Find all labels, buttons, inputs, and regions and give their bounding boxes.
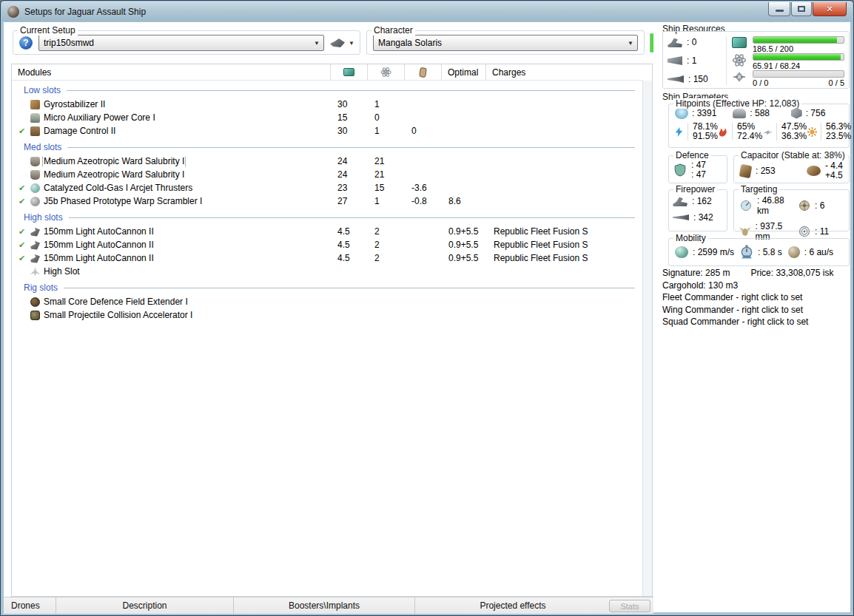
charges-column-header[interactable]: Charges: [486, 64, 642, 80]
table-row[interactable]: ✔150mm Light AutoCannon II 4.5 2 0.9+5.5…: [12, 238, 642, 251]
empty-slot-icon: [30, 267, 40, 277]
volley-icon: [673, 214, 689, 220]
charge-value: Republic Fleet Fusion S: [486, 253, 642, 263]
module-name: Gyrostabilizer II: [44, 99, 105, 109]
cpu-bar: [753, 36, 844, 44]
table-row[interactable]: ✔Damage Control II 30 1 0: [12, 124, 642, 138]
stats-button[interactable]: Stats: [609, 600, 650, 612]
powergrid-column-header[interactable]: [368, 64, 405, 80]
table-row[interactable]: Medium Azeotropic Ward Salubrity I 24 21: [12, 155, 642, 168]
maximize-button[interactable]: [791, 2, 812, 16]
hitpoints-label: Hitpoints (Effective HP: 12,083): [673, 98, 801, 109]
hull-hp-value: : 756: [806, 108, 826, 118]
table-row[interactable]: Small Projectile Collision Accelerator I: [12, 308, 642, 322]
cap-value: -3.6: [405, 183, 442, 193]
character-label: Character: [371, 25, 415, 35]
module-name: Medium Azeotropic Ward Salubrity I: [44, 169, 184, 180]
module-name: Damage Control II: [44, 126, 115, 136]
warp-speed-value: : 6 au/s: [804, 247, 833, 257]
armor-icon: [733, 109, 746, 118]
chevron-down-icon[interactable]: ▼: [310, 40, 323, 47]
turret-dps-icon: [673, 196, 687, 206]
capacitor-icon: [739, 163, 753, 177]
optimal-value: 0.9+5.5: [442, 226, 486, 237]
cpu-value: 30: [331, 126, 368, 136]
targeting-group: Targeting : 46.88 km : 6 : 937.5 mm : 11: [733, 189, 850, 231]
kinetic-resist-icon: [762, 126, 773, 138]
volley-value: : 342: [693, 212, 713, 223]
squad-commander-line[interactable]: Squad Commander - right click to set: [662, 316, 833, 328]
capacitor-delta-icon: [807, 166, 821, 176]
ship-info-lines: Signature: 285 m Price: 33,308,075 isk C…: [662, 267, 833, 328]
module-name: 150mm Light AutoCannon II: [44, 240, 154, 250]
module-icon: [30, 113, 40, 123]
chevron-down-icon[interactable]: ▼: [624, 40, 637, 47]
fitted-check-icon: ✔: [17, 183, 27, 193]
fitted-check-icon: ✔: [17, 126, 27, 136]
defence-shield-icon: [673, 163, 687, 177]
character-combobox[interactable]: Mangala Solaris ▼: [373, 35, 638, 51]
table-row[interactable]: Small Core Defence Field Extender I: [12, 295, 642, 308]
em-resist-icon: [673, 126, 685, 138]
chevron-down-icon: ▼: [349, 40, 354, 47]
modules-column-header[interactable]: Modules: [12, 64, 331, 80]
capacitor-label: Capacitor (Stable at: 38%): [739, 150, 847, 160]
modules-table-body: Low slots Gyrostabilizer II 30 1 Micro A…: [12, 81, 642, 596]
help-icon[interactable]: ?: [19, 36, 33, 50]
capacitor-icon: [419, 67, 427, 78]
table-row[interactable]: ✔Catalyzed Cold-Gas I Arcjet Thrusters 2…: [12, 181, 642, 194]
character-combobox-value: Mangala Solaris: [378, 38, 624, 48]
agility-icon: [740, 245, 753, 259]
tab-drones[interactable]: Drones: [4, 598, 56, 614]
table-row[interactable]: Gyrostabilizer II 30 1: [12, 98, 642, 111]
defence-group: Defence : 47: 47: [668, 155, 727, 183]
dps-value: : 162: [692, 196, 712, 206]
scan-resolution-icon: [739, 226, 751, 237]
section-high-slots: High slots: [12, 210, 642, 225]
signature-value: Signature: 285 m: [662, 267, 730, 280]
setup-combobox[interactable]: trip150smwd ▼: [38, 35, 324, 51]
pg-value: 1: [368, 196, 405, 206]
targeting-range-icon: [739, 200, 753, 211]
cpu-value: 4.5: [331, 226, 368, 237]
table-row[interactable]: ✔150mm Light AutoCannon II 4.5 2 0.9+5.5…: [12, 225, 642, 238]
ship-menu-button[interactable]: ▼: [330, 38, 354, 47]
minimize-button[interactable]: [768, 2, 790, 16]
wing-commander-line[interactable]: Wing Commander - right click to set: [662, 304, 833, 317]
turret-hardpoint-icon: [668, 37, 682, 47]
table-scrollbar[interactable]: [642, 81, 652, 596]
table-row[interactable]: Micro Auxiliary Power Core I 15 0: [12, 111, 642, 124]
explosive-resist-icon: [807, 126, 818, 138]
tab-projected-effects[interactable]: Projected effects: [414, 598, 611, 614]
cap-value: -0.8: [405, 196, 442, 206]
cpu-value: 30: [331, 99, 368, 109]
close-button[interactable]: ✕: [813, 2, 847, 16]
capacitor-column-header[interactable]: [405, 64, 442, 80]
cpu-column-header[interactable]: [331, 64, 368, 80]
tab-boosters-implants[interactable]: Boosters\Implants: [233, 598, 414, 614]
max-speed-value: : 2599 m/s: [693, 247, 734, 257]
turret-hardpoints-value: : 0: [687, 37, 696, 47]
thermal-resist-icon: [718, 126, 729, 138]
cpu-value: 27: [331, 196, 368, 206]
cpu-value: 4.5: [331, 253, 368, 263]
mobility-group: Mobility : 2599 m/s : 5.8 s : 6 au/s: [668, 238, 850, 266]
table-row-empty-slot[interactable]: High Slot: [12, 265, 642, 278]
shield-icon: [675, 107, 688, 119]
tab-description[interactable]: Description: [56, 598, 233, 614]
table-row[interactable]: ✔J5b Phased Prototype Warp Scrambler I 2…: [12, 194, 642, 208]
fleet-commander-line[interactable]: Fleet Commander - right click to set: [662, 291, 833, 304]
module-icon: [30, 227, 40, 237]
table-row[interactable]: Medium Azeotropic Ward Salubrity I 24 21: [12, 168, 642, 181]
cpu-value: 23: [331, 183, 368, 193]
modules-table-header: Modules Optimal Charges: [12, 64, 642, 81]
drone-bay-value: 0 / 0: [753, 78, 768, 87]
cargohold-value: Cargohold: 130 m3: [662, 280, 833, 292]
module-name: Small Projectile Collision Accelerator I: [44, 310, 192, 320]
title-bar[interactable]: Setups for Jaguar Assault Ship ✕: [1, 1, 853, 21]
module-name: Medium Azeotropic Ward Salubrity I: [44, 156, 184, 166]
cpu-value: 4.5: [331, 240, 368, 250]
drone-bandwidth-value: 0 / 5: [829, 78, 844, 87]
table-row[interactable]: ✔150mm Light AutoCannon II 4.5 2 0.9+5.5…: [12, 251, 642, 265]
optimal-column-header[interactable]: Optimal: [442, 64, 486, 80]
